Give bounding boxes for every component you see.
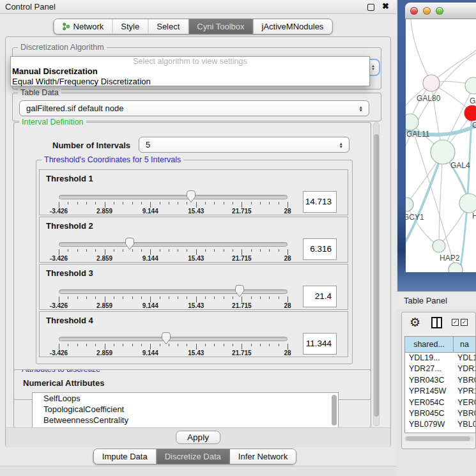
- table-data-combobox[interactable]: galFiltered.sif default node ▲▼: [19, 100, 369, 116]
- attribute-item-topologicalcoefficient[interactable]: TopologicalCoefficient: [33, 404, 338, 415]
- tick-label: 15.43: [188, 349, 204, 357]
- tick-mark: [141, 344, 142, 346]
- discretization-algorithm-title: Discretization Algorithm: [18, 43, 107, 52]
- algorithm-option-manual-discretization[interactable]: Manual Discretization: [11, 66, 369, 77]
- table-row[interactable]: YPR145WYPR1: [405, 386, 475, 397]
- tick-mark: [141, 249, 142, 252]
- tick-mark: [105, 344, 105, 349]
- interval-definition-title: Interval Definition: [19, 118, 86, 127]
- main-scrollbar-thumb[interactable]: [374, 134, 379, 417]
- tick-mark: [279, 202, 279, 204]
- column-header-shared-name[interactable]: shared...: [405, 337, 454, 352]
- threshold-slider-thumb[interactable]: [161, 332, 171, 347]
- attributes-scrollbar-thumb[interactable]: [332, 395, 337, 426]
- threshold-panel-2: Threshold 2-3.4262.8599.14415.4321.71528…: [39, 217, 348, 263]
- table-header-row: shared... na: [405, 337, 475, 353]
- table-row[interactable]: YBR043CYBR0: [405, 375, 475, 386]
- bottom-tab-discretize-data[interactable]: Discretize Data: [157, 449, 230, 464]
- node-label: GCY1: [406, 213, 424, 222]
- tick-mark: [205, 249, 206, 252]
- tick-label: 28: [284, 349, 291, 357]
- network-window-titlebar[interactable]: [405, 3, 476, 19]
- apply-button[interactable]: Apply: [176, 431, 220, 444]
- tick-mark: [260, 249, 261, 252]
- attribute-item-selfloops[interactable]: SelfLoops: [33, 393, 338, 404]
- tick-mark: [114, 344, 114, 346]
- tick-mark: [214, 344, 215, 346]
- number-of-intervals-combobox[interactable]: 5 ▲▼: [139, 137, 349, 153]
- tick-mark: [77, 344, 78, 346]
- tick-mark: [187, 296, 187, 299]
- close-traffic-light[interactable]: [410, 7, 418, 15]
- table-row[interactable]: YBL079WYBL0: [405, 419, 475, 430]
- cell-name: YBR0: [454, 375, 475, 386]
- network-node[interactable]: [406, 197, 413, 211]
- tick-mark: [224, 202, 224, 204]
- table-hscrollbar[interactable]: [404, 436, 474, 441]
- network-canvas[interactable]: GAL80GACGAL11GAL4GCY1HHAP2: [406, 19, 476, 272]
- table-data-title: Table Data: [18, 88, 61, 97]
- threshold-value-field[interactable]: 11.344: [303, 333, 337, 355]
- numerical-attributes-heading: Numerical Attributes: [23, 378, 104, 388]
- network-node[interactable]: [433, 240, 445, 252]
- zoom-traffic-light[interactable]: [436, 7, 443, 15]
- network-node[interactable]: [406, 114, 418, 130]
- table-panel-header: Table Panel: [396, 291, 476, 309]
- column-view-icon[interactable]: [431, 317, 442, 328]
- threshold-value-field[interactable]: 21.4: [303, 286, 337, 307]
- network-node[interactable]: [465, 77, 476, 94]
- table-row[interactable]: YLR345WYLR3: [405, 431, 475, 433]
- tab-cyni-toolbox[interactable]: Cyni Toolbox: [188, 19, 253, 34]
- algorithm-option-equal-width-frequency-discretization[interactable]: Equal Width/Frequency Discretization: [11, 77, 369, 87]
- checkbox-icon[interactable]: ✓: [452, 319, 459, 326]
- threshold-slider-track[interactable]: [59, 289, 288, 294]
- threshold-slider-thumb[interactable]: [186, 190, 196, 205]
- main-scrollbar-track[interactable]: [373, 122, 380, 426]
- threshold-panel-1: Threshold 1-3.4262.8599.14415.4321.71528…: [39, 169, 348, 215]
- table-row[interactable]: YER054CYER0: [405, 397, 475, 408]
- network-node[interactable]: [464, 105, 476, 121]
- threshold-value-field[interactable]: 14.713: [303, 191, 337, 213]
- bottom-tab-impute-data[interactable]: Impute Data: [94, 449, 157, 464]
- table-hscrollbar-thumb[interactable]: [406, 436, 470, 441]
- tick-mark: [205, 202, 206, 204]
- cell-name: YPR1: [454, 386, 475, 397]
- tick-mark: [68, 344, 68, 346]
- spinner-arrows-icon: ▲▼: [371, 65, 375, 71]
- table-row[interactable]: YDL19...YDL1: [405, 353, 475, 364]
- minimize-traffic-light[interactable]: [423, 7, 431, 15]
- node-table: shared... na YDL19...YDL1YDR27...YDR2YBR…: [404, 336, 476, 433]
- tick-mark: [288, 249, 288, 255]
- tab-select[interactable]: Select: [148, 19, 188, 34]
- attribute-item-betweennesscentrality[interactable]: BetweennessCentrality: [33, 415, 338, 426]
- threshold-slider-track[interactable]: [59, 242, 288, 247]
- gear-icon[interactable]: ⚙: [410, 315, 420, 330]
- numerical-attributes-list[interactable]: SelfLoopsTopologicalCoefficientBetweenne…: [32, 392, 339, 427]
- tab-network[interactable]: Network: [54, 19, 113, 34]
- tab-jactivemnodules[interactable]: jActiveMNodules: [254, 19, 332, 34]
- network-node[interactable]: [459, 194, 476, 213]
- bottom-tab-infer-network[interactable]: Infer Network: [230, 449, 296, 464]
- table-row[interactable]: YBR045CYBR0: [405, 408, 475, 419]
- threshold-slider-track[interactable]: [59, 195, 288, 199]
- tick-mark: [251, 202, 252, 204]
- checkbox-icon[interactable]: ✓: [461, 319, 468, 326]
- threshold-slider-track[interactable]: [59, 337, 288, 341]
- threshold-slider-thumb[interactable]: [125, 237, 135, 252]
- float-window-icon[interactable]: [367, 4, 374, 11]
- column-header-name[interactable]: na: [454, 337, 475, 352]
- table-data-value: galFiltered.sif default node: [26, 104, 123, 113]
- tick-mark: [150, 249, 151, 255]
- tick-mark: [123, 249, 123, 252]
- close-icon[interactable]: ✖: [382, 1, 389, 11]
- tick-mark: [141, 296, 142, 299]
- node-label: GAL4: [450, 161, 470, 170]
- tab-style[interactable]: Style: [112, 19, 148, 34]
- tick-mark: [95, 344, 96, 346]
- network-node[interactable]: [423, 75, 440, 91]
- threshold-value-field[interactable]: 6.316: [303, 238, 337, 260]
- table-row[interactable]: YDR27...YDR2: [405, 364, 475, 374]
- cyni-toolbox-content: Discretization Algorithm ▲▼ Select algor…: [5, 36, 391, 447]
- tick-mark: [141, 202, 142, 204]
- threshold-slider-thumb[interactable]: [234, 284, 245, 300]
